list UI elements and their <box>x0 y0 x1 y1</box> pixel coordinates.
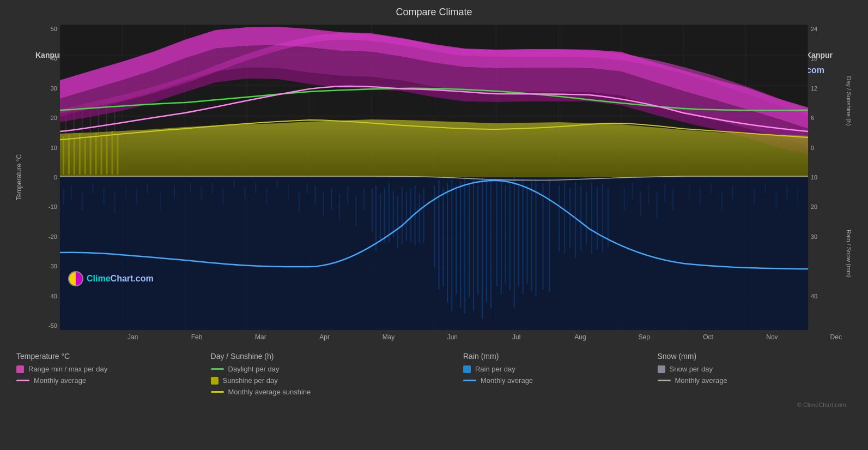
month-feb: Feb <box>165 333 228 341</box>
month-jul: Jul <box>484 333 548 341</box>
svg-rect-130 <box>700 188 701 205</box>
svg-rect-117 <box>586 191 587 245</box>
svg-rect-55 <box>201 185 202 199</box>
legend-sunshine-avg: Monthly average sunshine <box>211 388 463 396</box>
page-container: Compare Climate Kanpur Kanpur ClimeChart… <box>0 0 868 450</box>
month-oct: Oct <box>676 333 740 341</box>
svg-rect-76 <box>384 188 385 243</box>
svg-rect-111 <box>549 180 550 292</box>
legend-snow-day: Snow per day <box>658 365 852 373</box>
svg-rect-138 <box>797 188 798 205</box>
svg-rect-39 <box>101 137 102 175</box>
svg-rect-48 <box>114 193 115 213</box>
svg-rect-51 <box>147 183 148 194</box>
svg-rect-107 <box>527 185 528 284</box>
svg-rect-104 <box>514 177 515 308</box>
svg-rect-32 <box>63 136 64 175</box>
y-axis-left-numbers: 50 40 30 20 10 0 -10 -20 -30 -40 -50 <box>38 25 60 330</box>
svg-rect-46 <box>93 183 94 194</box>
svg-rect-113 <box>564 183 565 254</box>
svg-rect-89 <box>447 183 448 303</box>
svg-rect-56 <box>212 183 213 194</box>
legend-sunshine-day-swatch <box>211 377 218 385</box>
svg-rect-44 <box>71 185 72 199</box>
svg-rect-52 <box>160 191 161 210</box>
y-axis-right-bottom-label: Rain / Snow (mm) <box>846 230 852 278</box>
svg-rect-68 <box>331 188 332 210</box>
svg-rect-64 <box>299 193 300 213</box>
svg-rect-69 <box>339 194 340 221</box>
svg-rect-67 <box>323 191 324 215</box>
svg-rect-96 <box>477 185 478 295</box>
svg-rect-38 <box>95 133 97 175</box>
svg-rect-90 <box>451 180 452 311</box>
svg-rect-82 <box>410 188 411 243</box>
svg-rect-63 <box>288 185 289 199</box>
legend-rain: Rain (mm) Rain per day Monthly average <box>463 352 658 396</box>
legend-daylight-swatch <box>211 368 224 370</box>
svg-rect-62 <box>277 180 278 188</box>
svg-rect-100 <box>496 183 497 286</box>
legend-snow-day-label: Snow per day <box>670 365 713 373</box>
svg-rect-129 <box>689 185 690 199</box>
svg-rect-43 <box>63 188 64 205</box>
svg-rect-65 <box>307 183 308 194</box>
svg-rect-112 <box>559 185 560 251</box>
legend-temp-avg-swatch <box>16 380 29 381</box>
legend-daylight-label: Daylight per day <box>228 365 280 373</box>
legend-sunshine-title: Day / Sunshine (h) <box>211 352 463 361</box>
legend-rain-day-label: Rain per day <box>475 365 515 373</box>
svg-rect-66 <box>315 185 316 205</box>
svg-rect-92 <box>460 182 461 307</box>
svg-rect-115 <box>575 182 576 258</box>
svg-rect-114 <box>569 188 570 248</box>
svg-rect-57 <box>222 188 223 205</box>
svg-rect-53 <box>174 185 175 199</box>
svg-rect-36 <box>84 139 86 175</box>
svg-rect-95 <box>473 180 474 311</box>
svg-rect-35 <box>79 134 81 175</box>
legend-sunshine-day: Sunshine per day <box>211 376 463 385</box>
svg-rect-71 <box>355 196 356 226</box>
svg-rect-59 <box>244 185 245 199</box>
month-nov: Nov <box>740 333 804 341</box>
svg-rect-121 <box>608 188 609 247</box>
legend-temp-avg-label: Monthly average <box>34 376 86 385</box>
main-chart-svg <box>60 25 808 330</box>
svg-rect-97 <box>482 177 483 319</box>
legend-temp-range-swatch <box>16 365 24 373</box>
logo-icon-bottom <box>68 271 83 286</box>
legend-rain-avg: Monthly average <box>463 376 658 385</box>
svg-rect-47 <box>104 188 105 205</box>
month-jan: Jan <box>101 333 165 341</box>
legend-area: Temperature °C Range min / max per day M… <box>16 352 852 396</box>
legend-rain-day-swatch <box>463 365 471 373</box>
legend-snow-avg-swatch <box>658 380 671 381</box>
svg-rect-70 <box>347 185 348 205</box>
svg-rect-94 <box>469 183 470 297</box>
legend-snow-avg: Monthly average <box>658 376 852 385</box>
svg-rect-41 <box>112 131 113 175</box>
legend-rain-day: Rain per day <box>463 365 658 373</box>
svg-rect-91 <box>456 185 457 295</box>
svg-rect-109 <box>536 179 537 296</box>
y-axis-left-label: Temperature °C <box>15 154 23 200</box>
legend-snow-avg-label: Monthly average <box>675 376 727 385</box>
svg-rect-131 <box>711 183 712 194</box>
copyright: © ClimeChart.com <box>0 401 846 408</box>
svg-rect-135 <box>764 183 766 194</box>
svg-rect-125 <box>648 185 649 205</box>
legend-temp-range-label: Range min / max per day <box>28 365 107 373</box>
svg-rect-120 <box>602 184 603 252</box>
svg-rect-136 <box>775 191 776 210</box>
svg-rect-133 <box>732 185 733 199</box>
month-jun: Jun <box>421 333 484 341</box>
svg-rect-75 <box>380 194 381 243</box>
svg-rect-101 <box>501 180 502 295</box>
y-axis-right-top-label: Day / Sunshine (h) <box>846 76 852 125</box>
svg-rect-98 <box>486 182 487 302</box>
svg-rect-99 <box>490 180 491 308</box>
svg-rect-81 <box>406 193 407 241</box>
svg-rect-37 <box>90 136 92 175</box>
legend-snow-day-swatch <box>658 365 665 373</box>
